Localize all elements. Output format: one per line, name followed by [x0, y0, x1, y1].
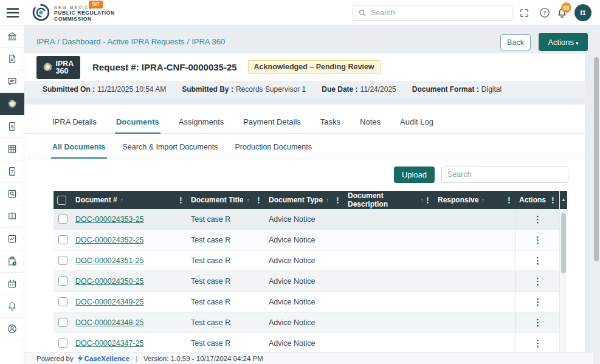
document-link[interactable]: DOC-000024347-25: [75, 339, 144, 348]
sort-asc-icon[interactable]: ↑: [246, 197, 249, 204]
help-icon[interactable]: ?: [539, 7, 550, 18]
sidebar-item-clipboard-clock-icon[interactable]: [0, 250, 24, 273]
select-all-checkbox[interactable]: [57, 196, 66, 205]
document-link[interactable]: DOC-000024352-25: [75, 236, 144, 244]
row-checkbox[interactable]: [58, 235, 67, 244]
row-checkbox[interactable]: [58, 256, 67, 265]
cell-responsive: [434, 209, 516, 229]
actions-button[interactable]: Actions▾: [539, 33, 588, 51]
cell-document-description: [344, 230, 434, 250]
meta-value: Records Supervisor 1: [236, 85, 306, 94]
row-checkbox[interactable]: [58, 215, 67, 224]
tab-payment-details[interactable]: Payment Details: [242, 117, 302, 133]
cell-document-type: Advice Notice: [265, 292, 344, 312]
column-menu-icon[interactable]: ⋮: [255, 196, 263, 205]
column-label: Document Title: [191, 196, 243, 204]
sort-asc-icon[interactable]: ↑: [326, 197, 329, 204]
svg-text:$: $: [11, 124, 14, 129]
document-link[interactable]: DOC-000024351-25: [75, 256, 144, 265]
breadcrumb-ipra[interactable]: IPRA: [36, 37, 55, 46]
status-badge: Acknowledged – Pending Review: [248, 60, 381, 74]
document-link[interactable]: DOC-000024353-25: [75, 215, 144, 224]
subtab-search-import-documents[interactable]: Search & Import Documents: [122, 143, 219, 158]
row-checkbox[interactable]: [58, 297, 67, 306]
tab-assignments[interactable]: Assignments: [178, 117, 225, 133]
table-scrollbar[interactable]: ▲: [559, 191, 567, 354]
sidebar-item-record-search-icon[interactable]: [0, 183, 24, 205]
cell-document-description: [344, 271, 434, 291]
subtab-production-documents[interactable]: Production Documents: [234, 143, 313, 158]
document-link[interactable]: DOC-000024350-25: [75, 277, 144, 286]
row-actions-menu-icon[interactable]: ⋮: [529, 296, 546, 307]
brand-bolt-icon: [77, 355, 83, 362]
tab-ipra-details[interactable]: IPRA Details: [51, 117, 98, 133]
table-header-row: Document #↑⋮ Document Title↑⋮ Document T…: [53, 191, 567, 209]
tab-documents[interactable]: Documents: [115, 117, 160, 133]
cell-document-type: Advice Notice: [265, 250, 344, 270]
breadcrumb-row: IPRA/Dashboard - Active IPRA Requests/IP…: [24, 30, 593, 53]
cell-responsive: [434, 271, 516, 291]
page-scrollbar[interactable]: [593, 26, 600, 364]
sidebar-item-building-icon[interactable]: [0, 138, 24, 160]
sidebar-item-payment-doc-icon[interactable]: $: [0, 115, 24, 138]
column-menu-icon[interactable]: ⋮: [177, 196, 185, 205]
meta-due-date: Due Date :11/24/2025: [322, 85, 396, 94]
column-menu-icon[interactable]: ⋮: [334, 196, 342, 205]
org-name-line1: NEW MEXICO: [54, 5, 115, 10]
sidebar-item-user-circle-icon[interactable]: [0, 318, 24, 340]
cell-document-type: Advice Notice: [265, 271, 344, 291]
document-link[interactable]: DOC-000024349-25: [75, 298, 144, 306]
sort-asc-icon[interactable]: ↑: [120, 197, 123, 204]
cell-document-description: [344, 333, 434, 353]
sort-asc-icon[interactable]: ↑: [481, 197, 484, 204]
row-actions-menu-icon[interactable]: ⋮: [529, 317, 546, 328]
sidebar-item-ledger-icon[interactable]: [0, 205, 24, 228]
sidebar-item-bell-icon[interactable]: [0, 295, 24, 318]
org-name: NEW MEXICO PUBLIC REGULATION COMMISSION …: [54, 4, 115, 22]
upload-button[interactable]: Upload: [394, 167, 435, 183]
sidebar-item-template-doc-icon[interactable]: T: [0, 160, 24, 183]
org-logo[interactable]: NEW MEXICO PUBLIC REGULATION COMMISSION …: [32, 3, 115, 22]
global-search-input[interactable]: [371, 9, 507, 17]
starburst-icon: ✺: [8, 99, 16, 109]
tab-tasks[interactable]: Tasks: [319, 117, 342, 133]
sidebar-item-ipra360-starburst-icon[interactable]: ✺: [0, 93, 24, 115]
row-checkbox[interactable]: [58, 276, 67, 286]
column-menu-icon[interactable]: ⋮: [549, 196, 557, 205]
row-actions-menu-icon[interactable]: ⋮: [529, 275, 546, 287]
sidebar-item-report-chart-icon[interactable]: [0, 228, 24, 250]
column-menu-icon[interactable]: ⋮: [424, 196, 432, 205]
sidebar-item-calendar-icon[interactable]: [0, 273, 24, 295]
back-button[interactable]: Back: [500, 34, 531, 50]
hamburger-menu-icon[interactable]: [6, 7, 21, 19]
sidebar-item-chat-icon[interactable]: [0, 70, 24, 93]
fullscreen-icon[interactable]: [519, 8, 529, 18]
row-actions-menu-icon[interactable]: ⋮: [529, 234, 546, 246]
document-link[interactable]: DOC-000024348-25: [75, 318, 144, 327]
row-checkbox[interactable]: [58, 318, 67, 327]
breadcrumb-dashboard[interactable]: Dashboard - Active IPRA Requests: [62, 37, 185, 46]
row-checkbox[interactable]: [58, 338, 67, 348]
table-search-input[interactable]: [441, 167, 568, 183]
global-search: [353, 5, 512, 21]
sidebar-item-document-icon[interactable]: [0, 48, 24, 70]
sidebar-item-bank-icon[interactable]: [0, 26, 24, 48]
scroll-up-icon[interactable]: ▲: [560, 191, 567, 209]
version-text: Version: 1.0.59 - 10/17/2024 04:24 PM: [143, 355, 263, 362]
row-actions-menu-icon[interactable]: ⋮: [529, 213, 546, 225]
org-name-line2: PUBLIC REGULATION: [54, 10, 115, 16]
subtab-all-documents[interactable]: All Documents: [51, 143, 107, 158]
page-scrollbar-thumb[interactable]: [594, 57, 599, 261]
table-scrollbar-thumb[interactable]: [561, 213, 566, 273]
column-menu-icon[interactable]: ⋮: [505, 196, 513, 205]
breadcrumb: IPRA/Dashboard - Active IPRA Requests/IP…: [36, 37, 225, 46]
tab-notes[interactable]: Notes: [359, 117, 382, 133]
user-avatar[interactable]: I1: [574, 4, 591, 21]
prc-swirl-logo-icon: [32, 3, 50, 22]
row-actions-menu-icon[interactable]: ⋮: [529, 337, 546, 349]
document-subtabs-row: All Documents Search & Import Documents …: [24, 134, 585, 159]
row-actions-menu-icon[interactable]: ⋮: [529, 255, 546, 266]
breadcrumb-ipra-360[interactable]: IPRA 360: [191, 37, 225, 46]
meta-label: Submitted On :: [43, 85, 95, 94]
tab-audit-log[interactable]: Audit Log: [399, 117, 435, 133]
